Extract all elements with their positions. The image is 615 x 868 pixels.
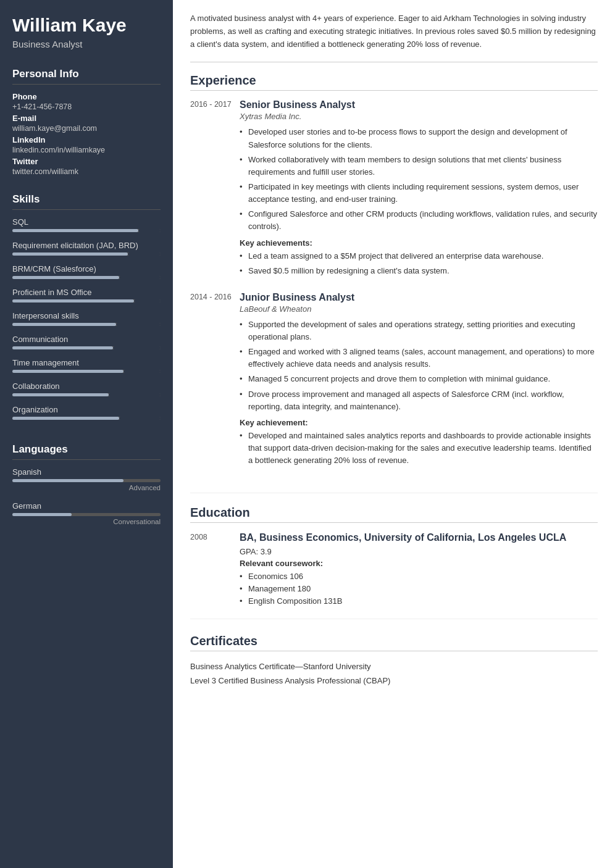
job-bullet: Managed 5 concurrent projects and drove … xyxy=(240,373,598,385)
skill-name: SQL xyxy=(12,217,161,227)
skill-name: BRM/CRM (Salesforce) xyxy=(12,264,161,273)
job-bullet: Configured Salesforce and other CRM prod… xyxy=(240,208,598,233)
languages-section: Languages SpanishAdvancedGermanConversat… xyxy=(0,435,173,541)
personal-info-field: LinkedInlinkedin.com/in/williamkaye xyxy=(12,135,161,154)
skill-name: Proficient in MS Office xyxy=(12,288,161,297)
personal-info-value: linkedin.com/in/williamkaye xyxy=(12,146,161,154)
skill-bar xyxy=(12,229,161,232)
languages-title: Languages xyxy=(12,443,161,460)
education-gpa: GPA: 3.9 xyxy=(240,547,598,556)
job-bullet: Supported the development of sales and o… xyxy=(240,319,598,343)
experience-content: Junior Business AnalystLaBeouf & Wheaton… xyxy=(240,292,598,469)
language-item: SpanishAdvanced xyxy=(12,467,161,491)
skill-bar xyxy=(12,393,161,396)
language-name: German xyxy=(12,501,161,511)
experience-section: Experience 2016 - 2017Senior Business An… xyxy=(190,73,598,493)
personal-info-label: E-mail xyxy=(12,114,161,123)
skill-item: BRM/CRM (Salesforce) xyxy=(12,264,161,279)
language-name: Spanish xyxy=(12,467,161,477)
skill-name: Requirement elicitation (JAD, BRD) xyxy=(12,241,161,250)
summary-text: A motivated business analyst with 4+ yea… xyxy=(190,12,598,62)
experience-content: Senior Business AnalystXytras Media Inc.… xyxy=(240,99,598,279)
company-name: LaBeouf & Wheaton xyxy=(240,304,598,314)
experience-title: Experience xyxy=(190,73,598,91)
job-title: Senior Business Analyst xyxy=(240,99,598,111)
personal-info-section: Personal Info Phone+1-421-456-7878E-mail… xyxy=(0,59,173,185)
personal-info-fields: Phone+1-421-456-7878E-mailwilliam.kaye@g… xyxy=(12,92,161,176)
skill-name: Time management xyxy=(12,358,161,367)
personal-info-label: Twitter xyxy=(12,157,161,166)
skill-name: Organization xyxy=(12,405,161,414)
courses-list: Economics 106Management 180English Compo… xyxy=(240,570,598,607)
achievements-label: Key achievement: xyxy=(240,418,598,427)
job-bullets: Supported the development of sales and o… xyxy=(240,319,598,413)
skill-item: Requirement elicitation (JAD, BRD) xyxy=(12,241,161,256)
candidate-name: William Kaye xyxy=(12,15,161,35)
achievement-item: Led a team assigned to a $5M project tha… xyxy=(240,250,598,262)
skill-item: Organization xyxy=(12,405,161,420)
language-level: Conversational xyxy=(12,518,161,525)
skill-name: Collaboration xyxy=(12,382,161,391)
company-name: Xytras Media Inc. xyxy=(240,112,598,121)
skill-name: Communication xyxy=(12,335,161,344)
personal-info-field: E-mailwilliam.kaye@gmail.com xyxy=(12,114,161,133)
main-content: A motivated business analyst with 4+ yea… xyxy=(173,0,615,868)
skills-list: SQLRequirement elicitation (JAD, BRD)BRM… xyxy=(12,217,161,420)
job-bullet: Worked collaboratively with team members… xyxy=(240,154,598,178)
job-bullet: Developed user stories and to-be process… xyxy=(240,126,598,151)
experience-entry: 2016 - 2017Senior Business AnalystXytras… xyxy=(190,99,598,279)
education-list: 2008BA, Business Economics, University o… xyxy=(190,532,598,607)
course-item: Management 180 xyxy=(240,583,598,595)
personal-info-label: LinkedIn xyxy=(12,135,161,144)
job-bullets: Developed user stories and to-be process… xyxy=(240,126,598,233)
course-item: Economics 106 xyxy=(240,570,598,583)
achievements-label: Key achievements: xyxy=(240,238,598,248)
personal-info-value: william.kaye@gmail.com xyxy=(12,124,161,133)
achievements-list: Developed and maintained sales analytics… xyxy=(240,430,598,467)
achievements-list: Led a team assigned to a $5M project tha… xyxy=(240,250,598,277)
skill-bar xyxy=(12,417,161,420)
certificates-title: Certificates xyxy=(190,634,598,651)
candidate-title: Business Analyst xyxy=(12,39,161,49)
personal-info-field: Phone+1-421-456-7878 xyxy=(12,92,161,111)
experience-list: 2016 - 2017Senior Business AnalystXytras… xyxy=(190,99,598,469)
language-bar xyxy=(12,479,161,482)
resume-container: William Kaye Business Analyst Personal I… xyxy=(0,0,615,868)
education-degree: BA, Business Economics, University of Ca… xyxy=(240,532,598,545)
personal-info-title: Personal Info xyxy=(12,68,161,85)
education-title: Education xyxy=(190,506,598,523)
experience-entry: 2014 - 2016Junior Business AnalystLaBeou… xyxy=(190,292,598,469)
language-level: Advanced xyxy=(12,484,161,491)
experience-dates: 2016 - 2017 xyxy=(190,99,240,279)
certificate-item: Level 3 Certified Business Analysis Prof… xyxy=(190,674,598,688)
skill-bar xyxy=(12,346,161,349)
skill-bar xyxy=(12,370,161,373)
job-bullet: Engaged and worked with 3 aligned teams … xyxy=(240,346,598,370)
skill-item: Time management xyxy=(12,358,161,373)
achievement-item: Saved $0.5 million by redesigning a clie… xyxy=(240,265,598,277)
personal-info-field: Twittertwitter.com/williamk xyxy=(12,157,161,176)
skill-name: Interpersonal skills xyxy=(12,311,161,320)
certificates-section: Certificates Business Analytics Certific… xyxy=(190,632,598,698)
coursework-label: Relevant coursework: xyxy=(240,559,598,568)
education-content: BA, Business Economics, University of Ca… xyxy=(240,532,598,607)
skill-bar xyxy=(12,252,161,256)
skill-bar xyxy=(12,323,161,326)
skill-item: Proficient in MS Office xyxy=(12,288,161,303)
personal-info-value: +1-421-456-7878 xyxy=(12,102,161,111)
certificate-item: Business Analytics Certificate—Stanford … xyxy=(190,660,598,674)
achievement-item: Developed and maintained sales analytics… xyxy=(240,430,598,467)
education-entry: 2008BA, Business Economics, University o… xyxy=(190,532,598,607)
languages-list: SpanishAdvancedGermanConversational xyxy=(12,467,161,525)
language-item: GermanConversational xyxy=(12,501,161,525)
skills-title: Skills xyxy=(12,193,161,210)
job-title: Junior Business Analyst xyxy=(240,292,598,303)
skill-bar xyxy=(12,276,161,279)
course-item: English Composition 131B xyxy=(240,595,598,607)
skill-item: Interpersonal skills xyxy=(12,311,161,326)
sidebar-header: William Kaye Business Analyst xyxy=(0,0,173,59)
job-bullet: Drove process improvement and managed al… xyxy=(240,388,598,413)
personal-info-value: twitter.com/williamk xyxy=(12,167,161,176)
job-bullet: Participated in key meetings with client… xyxy=(240,181,598,206)
education-year: 2008 xyxy=(190,532,240,607)
